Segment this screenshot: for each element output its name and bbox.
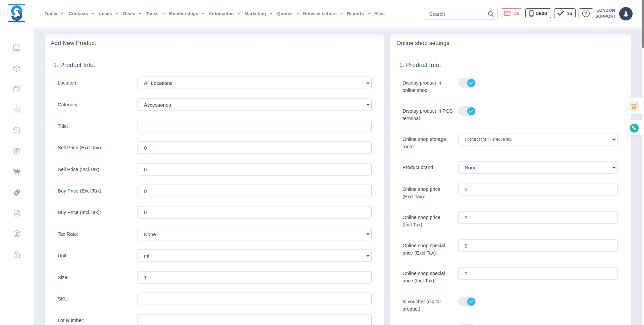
svg-text:12: 12: [15, 47, 19, 50]
svg-text:$: $: [15, 192, 17, 195]
svg-text:?: ?: [585, 11, 587, 16]
